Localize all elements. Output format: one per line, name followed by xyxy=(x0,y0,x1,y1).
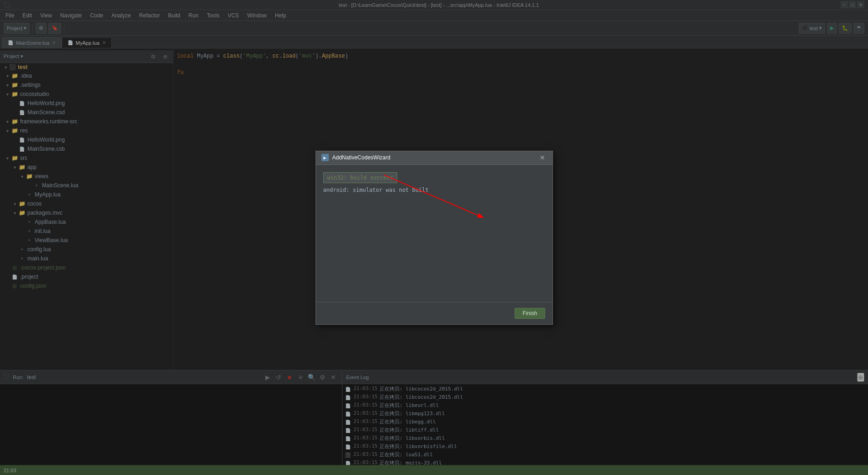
dialog-title: AddNativeCodesWizard xyxy=(332,154,538,161)
dialog-android-text: android: simulator was not built xyxy=(323,187,429,193)
dialog-icon: ► xyxy=(321,154,329,161)
dialog-status-win32: win32: build success xyxy=(323,172,398,183)
dialog-status-android: android: simulator was not built xyxy=(323,185,545,195)
svg-line-1 xyxy=(384,175,482,217)
dialog-close-button[interactable]: ✕ xyxy=(538,153,547,162)
dialog-win32-text: win32: build success xyxy=(327,174,394,181)
dialog-title-bar: ► AddNativeCodesWizard ✕ xyxy=(316,151,552,165)
add-native-codes-dialog: ► AddNativeCodesWizard ✕ win32: build su… xyxy=(316,151,553,325)
dialog-body: win32: build success android: simulator … xyxy=(316,165,552,302)
dialog-overlay: ► AddNativeCodesWizard ✕ win32: build su… xyxy=(0,0,868,475)
finish-button[interactable]: Finish xyxy=(515,308,545,319)
dialog-footer: Finish xyxy=(316,302,552,324)
